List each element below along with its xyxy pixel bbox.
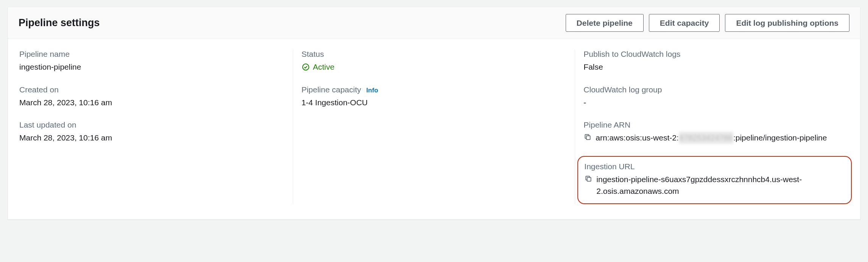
field-pipeline-arn: Pipeline ARN arn:aws:osis:us-west-2:6782… [583,120,849,144]
delete-pipeline-button[interactable]: Delete pipeline [566,14,644,32]
copy-icon[interactable] [584,175,593,183]
ingestion-url-value: ingestion-pipeline-s6uaxs7gpzddessxrczhn… [596,173,845,197]
arn-suffix: :pipeline/ingestion-pipeline [733,133,827,142]
panel-header: Pipeline settings Delete pipeline Edit c… [8,7,860,39]
publish-cloudwatch-value: False [583,61,849,73]
field-last-updated: Last updated on March 28, 2023, 10:16 am [19,120,285,144]
created-on-label: Created on [19,85,285,94]
status-label: Status [302,50,567,59]
pipeline-arn-row: arn:aws:osis:us-west-2:678253424786:pipe… [583,132,849,144]
column-2: Status Active Pipeline capacity Info [293,50,576,204]
ingestion-url-row: ingestion-pipeline-s6uaxs7gpzddessxrczhn… [584,173,845,197]
edit-capacity-button[interactable]: Edit capacity [649,14,720,32]
pipeline-capacity-label-row: Pipeline capacity Info [302,85,567,94]
pipeline-capacity-value: 1-4 Ingestion-OCU [302,97,567,109]
pipeline-name-value: ingestion-pipeline [19,61,285,73]
info-link[interactable]: Info [366,87,378,94]
field-pipeline-name: Pipeline name ingestion-pipeline [19,50,285,73]
ingestion-url-label: Ingestion URL [584,162,845,171]
panel-body: Pipeline name ingestion-pipeline Created… [8,39,860,219]
publish-cloudwatch-label: Publish to CloudWatch logs [583,50,849,59]
pipeline-capacity-label: Pipeline capacity [302,85,361,94]
pipeline-name-label: Pipeline name [19,50,285,59]
pipeline-settings-panel: Pipeline settings Delete pipeline Edit c… [8,7,860,220]
action-buttons: Delete pipeline Edit capacity Edit log p… [566,14,849,32]
column-1: Pipeline name ingestion-pipeline Created… [19,50,293,204]
field-ingestion-url: Ingestion URL ingestion-pipeline-s6uaxs7… [584,162,845,197]
field-pipeline-capacity: Pipeline capacity Info 1-4 Ingestion-OCU [302,85,567,109]
last-updated-label: Last updated on [19,120,285,129]
field-status: Status Active [302,50,567,73]
field-log-group: CloudWatch log group - [583,85,849,109]
arn-redacted: 678253424786 [679,132,733,144]
svg-rect-2 [587,178,591,181]
svg-rect-1 [586,136,590,140]
copy-icon[interactable] [583,133,592,141]
last-updated-value: March 28, 2023, 10:16 am [19,132,285,144]
pipeline-arn-label: Pipeline ARN [583,120,849,129]
status-value: Active [313,61,334,73]
log-group-value: - [583,97,849,109]
column-3: Publish to CloudWatch logs False CloudWa… [575,50,849,204]
check-circle-icon [302,63,310,71]
field-created-on: Created on March 28, 2023, 10:16 am [19,85,285,109]
edit-log-publishing-button[interactable]: Edit log publishing options [725,14,849,32]
status-value-row: Active [302,61,567,73]
pipeline-arn-value: arn:aws:osis:us-west-2:678253424786:pipe… [596,132,827,144]
log-group-label: CloudWatch log group [583,85,849,94]
page-title: Pipeline settings [19,17,100,29]
arn-prefix: arn:aws:osis:us-west-2: [596,133,678,142]
ingestion-url-highlight: Ingestion URL ingestion-pipeline-s6uaxs7… [577,156,852,204]
created-on-value: March 28, 2023, 10:16 am [19,97,285,109]
field-publish-cloudwatch: Publish to CloudWatch logs False [583,50,849,73]
